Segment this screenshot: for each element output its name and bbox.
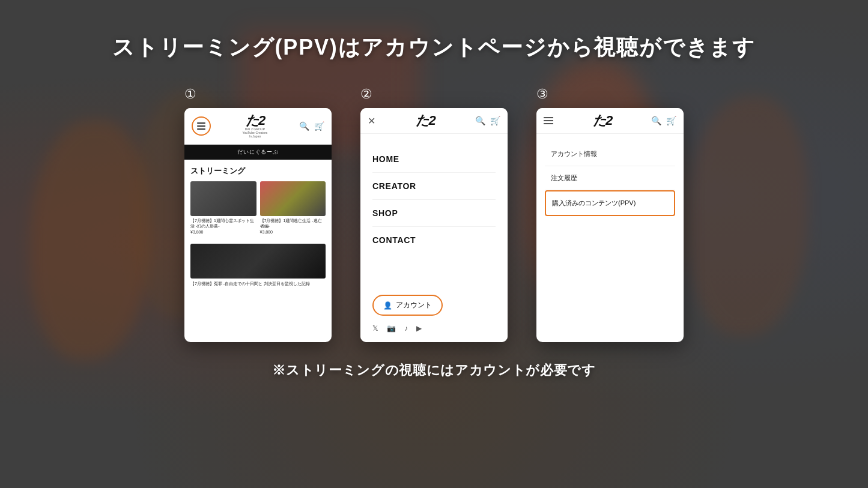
- phone-mockup-3: た2 🔍 🛒 アカウント情報 注文履歴 購入済みのコンテンツ(PPV): [536, 108, 684, 342]
- video-price-1: ¥3,800: [190, 230, 256, 234]
- video-title-1: 【7月視聴】1週間心霊スポット生活 -幻の人形墓-: [190, 218, 256, 229]
- streaming-title: ストリーミング: [190, 166, 326, 176]
- twitter-icon[interactable]: 𝕏: [372, 324, 378, 333]
- footer-note: ※ストリーミングの視聴にはアカウントが必要です: [272, 361, 595, 379]
- card3-wrapper: ③ た2 🔍 🛒 アカウント情報: [536, 86, 684, 342]
- step3-number: ③: [536, 86, 548, 102]
- menu-creator[interactable]: CREATOR: [372, 173, 496, 200]
- tiktok-icon[interactable]: ♪: [404, 324, 408, 333]
- card2-menu: HOME CREATOR SHOP CONTACT: [360, 134, 508, 285]
- search-icon-3[interactable]: 🔍: [651, 116, 661, 125]
- card1-wrapper: ① た2 DAI 2 GROUPYouTube CreatorsIn Japan…: [184, 86, 332, 342]
- video-full-thumb: [190, 244, 326, 279]
- instagram-icon[interactable]: 📷: [387, 324, 396, 333]
- account-label: アカウント: [396, 300, 432, 310]
- logo-1: た2 DAI 2 GROUPYouTube CreatorsIn Japan: [243, 114, 268, 138]
- card3-body: アカウント情報 注文履歴 購入済みのコンテンツ(PPV): [536, 134, 684, 224]
- search-icon-1[interactable]: 🔍: [299, 121, 309, 131]
- banner-1: だいにぐるーぷ: [184, 145, 332, 160]
- logo-2: た2: [416, 114, 434, 127]
- logo-main-text-2: た2: [416, 114, 434, 127]
- account-person-icon: 👤: [383, 301, 392, 310]
- card2-footer: 👤 アカウント 𝕏 📷 ♪ ▶: [360, 285, 508, 342]
- phone-mockup-1: た2 DAI 2 GROUPYouTube CreatorsIn Japan 🔍…: [184, 108, 332, 342]
- video-price-2: ¥3,800: [260, 230, 326, 234]
- menu-shop[interactable]: SHOP: [372, 200, 496, 227]
- search-icon-2[interactable]: 🔍: [475, 116, 485, 125]
- menu-home[interactable]: HOME: [372, 146, 496, 173]
- video-full-info: 【7月視聴】冤罪 -自由走での十日間と 判決翌日を監視した記録: [190, 281, 326, 287]
- logo-main-text-3: た2: [593, 114, 612, 127]
- video-item-1: 【7月視聴】1週間心霊スポット生活 -幻の人形墓- ¥3,800: [190, 181, 256, 234]
- step2-number: ②: [360, 86, 372, 102]
- cart-icon-3[interactable]: 🛒: [666, 116, 676, 125]
- hamburger-plain-3[interactable]: [544, 117, 553, 124]
- cart-icon-1[interactable]: 🛒: [314, 121, 324, 131]
- logo-main-text-1: た2: [246, 114, 264, 127]
- cart-icon-2[interactable]: 🛒: [490, 116, 500, 125]
- logo-3: た2: [593, 114, 612, 127]
- card3-header: た2 🔍 🛒: [536, 108, 684, 134]
- card1-body: ストリーミング 【7月視聴】1週間心霊スポット生活 -幻の人形墓- ¥3,800: [184, 160, 332, 240]
- video-title-2: 【7月視聴】1週間逃亡生活 -逃亡者編-: [260, 218, 326, 229]
- close-icon[interactable]: ✕: [368, 115, 375, 127]
- header-icons-3: 🔍 🛒: [651, 116, 676, 125]
- page-title: ストリーミング(PPV)はアカウントページから視聴ができます: [112, 33, 756, 62]
- social-icons: 𝕏 📷 ♪ ▶: [372, 324, 496, 333]
- hamburger-button-1[interactable]: [192, 116, 211, 136]
- youtube-icon[interactable]: ▶: [416, 324, 422, 333]
- logo-sub-text-1: DAI 2 GROUPYouTube CreatorsIn Japan: [243, 127, 268, 138]
- video-thumb-1: [190, 181, 256, 216]
- order-history-item[interactable]: 注文履歴: [545, 166, 675, 190]
- phone-mockup-2: ✕ た2 🔍 🛒 HOME CREATOR SHOP CONTACT: [360, 108, 508, 342]
- menu-contact[interactable]: CONTACT: [372, 227, 496, 253]
- card2-wrapper: ② ✕ た2 🔍 🛒 HOME CREATOR SH: [360, 86, 508, 342]
- video-grid: 【7月視聴】1週間心霊スポット生活 -幻の人形墓- ¥3,800 【7月視聴】1…: [190, 181, 326, 234]
- account-button[interactable]: 👤 アカウント: [372, 295, 443, 316]
- card2-header: ✕ た2 🔍 🛒: [360, 108, 508, 134]
- account-info-item[interactable]: アカウント情報: [545, 142, 675, 166]
- video-info-1: 【7月視聴】1週間心霊スポット生活 -幻の人形墓- ¥3,800: [190, 218, 256, 234]
- video-thumb-2: [260, 181, 326, 216]
- cards-row: ① た2 DAI 2 GROUPYouTube CreatorsIn Japan…: [184, 86, 684, 342]
- step1-number: ①: [184, 86, 196, 102]
- card1-header: た2 DAI 2 GROUPYouTube CreatorsIn Japan 🔍…: [184, 108, 332, 145]
- video-info-2: 【7月視聴】1週間逃亡生活 -逃亡者編- ¥3,800: [260, 218, 326, 234]
- header-icons-2: 🔍 🛒: [475, 116, 500, 125]
- video-item-2: 【7月視聴】1週間逃亡生活 -逃亡者編- ¥3,800: [260, 181, 326, 234]
- card1-bottom: 【7月視聴】冤罪 -自由走での十日間と 判決翌日を監視した記録: [184, 240, 332, 293]
- header-icons-1: 🔍 🛒: [299, 121, 324, 131]
- ppv-content-item[interactable]: 購入済みのコンテンツ(PPV): [545, 190, 675, 216]
